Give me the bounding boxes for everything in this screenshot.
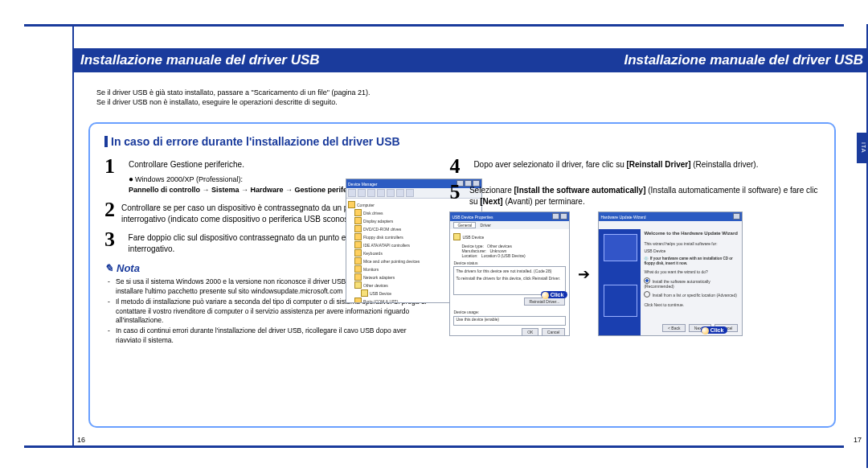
header-bar: Installazione manuale del driver USB Ins… — [74, 48, 868, 72]
box-icon — [604, 285, 637, 317]
section-title: In caso di errore durante l'installazion… — [104, 135, 820, 148]
header-title-left: Installazione manuale del driver USB — [74, 52, 320, 68]
left-column: 1 Controllare Gestione periferiche. ●Win… — [104, 156, 433, 347]
click-badge: Click — [701, 326, 728, 334]
header-title-right: Installazione manuale del driver USB — [617, 52, 868, 68]
arrow-icon: ➔ — [578, 265, 590, 283]
tree-item: IDE ATA/ATAPI controllers — [363, 243, 410, 248]
back-button: < Back — [662, 324, 686, 332]
note-title: Nota — [117, 262, 140, 274]
tab-general: General — [453, 222, 476, 228]
wizard-device: USB Device — [644, 248, 739, 254]
wizard-sidebar — [599, 229, 641, 336]
tree-item: Other devices — [363, 283, 388, 288]
window-title: Hardware Update Wizard — [600, 215, 645, 220]
wizard-screenshot: Hardware Update Wizard Welcome to the Ha… — [598, 211, 743, 336]
step-1-sub-path: Pannello di controllo → Sistema → Hardwa… — [129, 186, 365, 194]
step-number: 1 — [104, 156, 122, 195]
properties-screenshot: USB Device Properties General Driver USB… — [449, 211, 570, 336]
step-number: 5 — [449, 182, 463, 207]
section-title-text: In caso di errore durante l'installazion… — [111, 135, 400, 148]
page-number-right: 17 — [854, 436, 862, 444]
step-5-text: Selezionare [Install the software automa… — [469, 182, 820, 207]
step-number: 3 — [104, 229, 122, 254]
radio-manual — [644, 291, 650, 298]
status-label: Device status — [453, 261, 566, 265]
step-4: 4 Dopo aver selezionato il driver, fare … — [449, 156, 820, 177]
tree-item: Computer — [357, 203, 375, 207]
tree-item: Floppy disk controllers — [363, 235, 403, 240]
window-titlebar: USB Device Properties — [450, 212, 569, 221]
step-5: 5 Selezionare [Install the software auto… — [449, 182, 820, 207]
step-1-sub-lead: Windows 2000/XP (Professional): — [135, 175, 243, 183]
monitor-icon — [604, 234, 637, 261]
pen-icon: ✎ — [104, 262, 113, 274]
step-1-sub: ●Windows 2000/XP (Professional): Pannell… — [129, 174, 365, 195]
language-tab: ITA — [857, 133, 868, 163]
window-titlebar: Hardware Update Wizard — [599, 212, 742, 221]
radio-auto — [644, 277, 650, 284]
left-margin-rule — [72, 24, 74, 448]
tree-item-unknown: USB Device — [370, 291, 391, 296]
cd-hint: 💿 If your hardware came with an installa… — [644, 257, 739, 266]
device-name: USB Device — [462, 235, 484, 240]
wizard-buttons: < Back Next > Cancel — [661, 323, 739, 333]
usage-field: Use this device (enable) — [453, 316, 566, 326]
step-number: 4 — [449, 156, 467, 177]
click-badge: Click — [541, 291, 568, 298]
tree-item: Network adapters — [363, 275, 395, 280]
tree-item: Display adapters — [363, 219, 393, 224]
page-number-left: 16 — [77, 436, 85, 444]
wizard-welcome: Welcome to the Hardware Update Wizard — [644, 231, 738, 236]
manual-page: Installazione manuale del driver USB Ins… — [0, 0, 868, 472]
window-title: Device Manager — [348, 182, 377, 187]
screenshots-row: USB Device Properties General Driver USB… — [449, 211, 820, 336]
step-number: 2 — [104, 199, 115, 224]
tree-item: Disk drives — [363, 211, 383, 215]
step-1-text: Controllare Gestione periferiche. — [129, 159, 365, 170]
tree-item: Monitors — [363, 267, 379, 272]
window-buttons — [732, 213, 740, 220]
tree-item: DVD/CD-ROM drives — [363, 227, 401, 232]
tab-driver: Driver — [477, 223, 494, 228]
dialog-body: USB Device Device type: Other devices Ma… — [450, 229, 569, 336]
step-4-text: Dopo aver selezionato il driver, fare cl… — [473, 156, 758, 177]
tree-item: Mice and other pointing devices — [363, 259, 420, 264]
wizard-main: Welcome to the Hardware Update Wizard Th… — [644, 231, 739, 308]
intro-line-2: Se il driver USB non è installato, esegu… — [96, 98, 836, 108]
ok-button: OK — [522, 328, 538, 336]
tree-item: Keyboards — [363, 251, 383, 256]
window-buttons — [551, 213, 567, 220]
tree-item: Ports (COM & LPT) — [363, 299, 398, 304]
note-item: In caso di continui errori durante l'ins… — [116, 326, 433, 345]
content-panel: In caso di errore durante l'installazion… — [88, 122, 836, 428]
usage-label: Device usage: — [453, 310, 566, 314]
intro-line-1: Se il driver USB è già stato installato,… — [96, 88, 836, 98]
right-column: 4 Dopo aver selezionato il driver, fare … — [449, 156, 820, 347]
intro-text: Se il driver USB è già stato installato,… — [96, 88, 836, 107]
tabs: General Driver — [450, 221, 569, 229]
cancel-button: Cancel — [542, 328, 566, 336]
window-title: USB Device Properties — [452, 215, 493, 220]
